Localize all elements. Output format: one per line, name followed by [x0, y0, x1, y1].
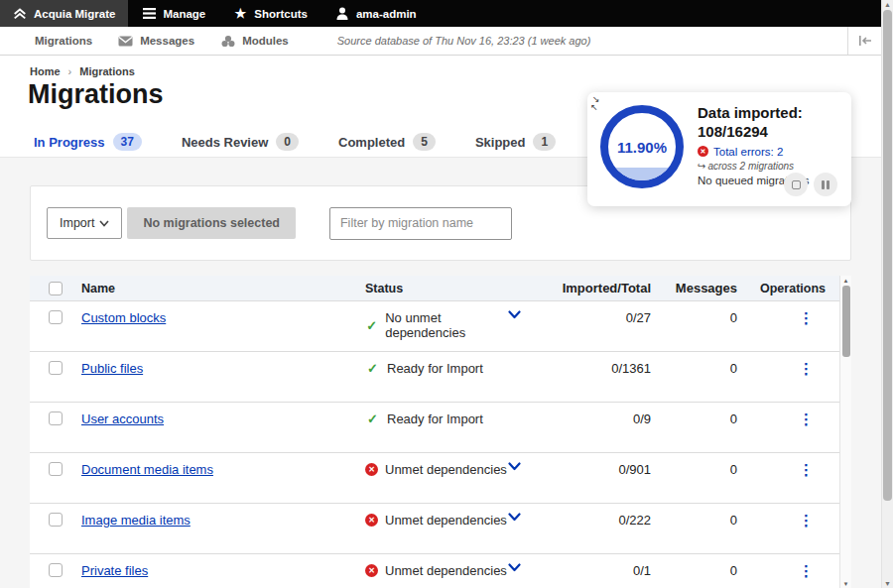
operations-menu-icon[interactable]: ⋮ — [799, 563, 814, 578]
migration-name-link[interactable]: Private files — [81, 563, 148, 578]
tab-label: Needs Review — [182, 135, 268, 150]
row-checkbox[interactable] — [49, 462, 63, 476]
brand-label: Acquia Migrate — [34, 8, 115, 20]
breadcrumb: Home › Migrations — [30, 65, 135, 77]
migration-name-link[interactable]: Custom blocks — [81, 310, 166, 325]
stop-button[interactable] — [784, 173, 808, 196]
operations-menu-icon[interactable]: ⋮ — [799, 361, 814, 376]
table-row: User accounts ✓ Ready for Import 0/9 0 ⋮ — [30, 402, 851, 452]
table-row: Public files ✓ Ready for Import 0/1361 0… — [30, 351, 851, 402]
status-chevron-down-icon[interactable] — [508, 462, 521, 471]
operations-menu-icon[interactable]: ⋮ — [799, 513, 814, 528]
page-scrollbar[interactable]: ▲ ▼ — [881, 0, 893, 588]
username-label: ama-admin — [356, 8, 417, 20]
migration-name-link[interactable]: Public files — [81, 361, 143, 376]
tab-count-badge: 5 — [413, 133, 436, 151]
row-checkbox[interactable] — [49, 563, 63, 577]
collapse-card-icon[interactable]: ↘↖ — [592, 95, 608, 113]
status-icon: ✓ — [365, 318, 378, 333]
breadcrumb-home-link[interactable]: Home — [30, 65, 61, 77]
modules-icon — [220, 34, 235, 49]
tab-in-progress[interactable]: In Progress 37 — [30, 127, 146, 157]
toolbar-item-modules[interactable]: Modules — [207, 27, 302, 55]
shortcuts-label: Shortcuts — [254, 8, 308, 20]
status-icon: ✕ — [365, 514, 378, 527]
row-checkbox[interactable] — [49, 310, 63, 324]
migration-name-link[interactable]: Document media items — [81, 462, 213, 477]
table-body: Custom blocks ✓ No unmet dependencies 0/… — [30, 300, 851, 588]
operations-menu-icon[interactable]: ⋮ — [799, 310, 814, 325]
migrations-table: Name Status Imported/Total Messages Oper… — [30, 276, 851, 588]
page-scrollbar-thumb[interactable] — [883, 10, 892, 501]
header-imported-total: Imported/Total — [548, 281, 655, 295]
tab-label: Completed — [338, 135, 405, 150]
source-database-note: Source database of Thu Nov 16, 23:23 (1 … — [337, 35, 591, 47]
operations-menu-icon[interactable]: ⋮ — [799, 412, 814, 426]
migration-name-link[interactable]: User accounts — [81, 412, 164, 426]
across-migrations-note: ↪across 2 migrations — [698, 161, 844, 172]
status-chevron-down-icon[interactable] — [508, 563, 521, 572]
data-imported-value: 108/16294 — [698, 123, 844, 142]
toolbar-collapse-button[interactable] — [847, 27, 881, 55]
page-scroll-down-icon[interactable]: ▼ — [882, 580, 893, 587]
scroll-up-icon[interactable]: ▲ — [840, 278, 851, 284]
page-scroll-up-icon[interactable]: ▲ — [882, 1, 893, 8]
messages-count: 0 — [655, 361, 741, 376]
imported-total-value: 0/27 — [548, 310, 655, 325]
select-all-checkbox[interactable] — [49, 282, 63, 295]
imported-total-value: 0/1 — [548, 563, 655, 578]
shortcuts-menu[interactable]: ★ Shortcuts — [219, 0, 321, 27]
table-row: Custom blocks ✓ No unmet dependencies 0/… — [30, 300, 851, 351]
toolbar-item-messages[interactable]: Messages — [105, 27, 207, 55]
acquia-migrate-menu[interactable]: Acquia Migrate — [0, 0, 128, 27]
no-migrations-selected-button[interactable]: No migrations selected — [127, 207, 296, 239]
toolbar-item-migrations[interactable]: Migrations — [0, 27, 105, 55]
tab-label: Skipped — [475, 135, 526, 150]
row-checkbox[interactable] — [49, 361, 63, 375]
progress-percent: 11.90% — [608, 113, 676, 180]
hamburger-icon — [142, 7, 156, 21]
admin-toolbar: Acquia Migrate Manage ★ Shortcuts ama-ad… — [0, 0, 881, 27]
user-account-menu[interactable]: ama-admin — [321, 0, 431, 27]
content-band: Import No migrations selected Name Statu… — [0, 157, 881, 588]
messages-label: Messages — [140, 35, 194, 47]
status-chevron-down-icon[interactable] — [508, 310, 521, 319]
collapse-left-icon — [858, 32, 872, 50]
table-scrollbar-thumb[interactable] — [842, 286, 850, 357]
breadcrumb-current: Migrations — [79, 65, 135, 77]
migration-filter-input[interactable] — [329, 207, 512, 240]
tab-skipped[interactable]: Skipped 1 — [471, 127, 560, 157]
stop-icon — [792, 180, 801, 189]
manage-menu[interactable]: Manage — [128, 0, 219, 27]
imported-total-value: 0/1361 — [548, 361, 655, 376]
status-icon: ✓ — [365, 361, 380, 376]
row-checkbox[interactable] — [49, 412, 63, 425]
tab-count-badge: 0 — [276, 133, 299, 151]
import-dropdown-button[interactable]: Import — [47, 207, 122, 239]
row-checkbox[interactable] — [49, 513, 63, 527]
page-title: Migrations — [28, 79, 164, 110]
messages-count: 0 — [655, 513, 741, 528]
scroll-down-icon[interactable]: ▼ — [840, 581, 851, 587]
total-errors-link[interactable]: Total errors: 2 — [713, 146, 783, 158]
status-text: Unmet dependencies — [385, 513, 507, 528]
tab-needs-review[interactable]: Needs Review 0 — [178, 127, 303, 157]
table-row: Private files ✕ Unmet dependencies 0/1 0… — [30, 553, 851, 588]
operations-menu-icon[interactable]: ⋮ — [799, 462, 814, 477]
migrations-label: Migrations — [35, 35, 92, 47]
table-scrollbar[interactable]: ▲ ▼ — [839, 276, 851, 588]
hook-arrow-icon: ↪ — [698, 161, 705, 172]
imported-total-value: 0/9 — [548, 412, 655, 426]
status-text: Unmet dependencies — [385, 462, 507, 477]
tab-completed[interactable]: Completed 5 — [334, 127, 440, 157]
messages-count: 0 — [655, 310, 741, 325]
migration-name-link[interactable]: Image media items — [81, 513, 191, 528]
status-icon: ✕ — [365, 564, 378, 577]
grid-icon — [13, 34, 28, 49]
status-text: Ready for Import — [387, 412, 483, 426]
status-chevron-down-icon[interactable] — [508, 513, 521, 522]
pause-button[interactable] — [814, 173, 837, 196]
user-icon — [335, 7, 349, 21]
header-messages: Messages — [655, 281, 741, 295]
error-icon: ✕ — [698, 146, 708, 157]
